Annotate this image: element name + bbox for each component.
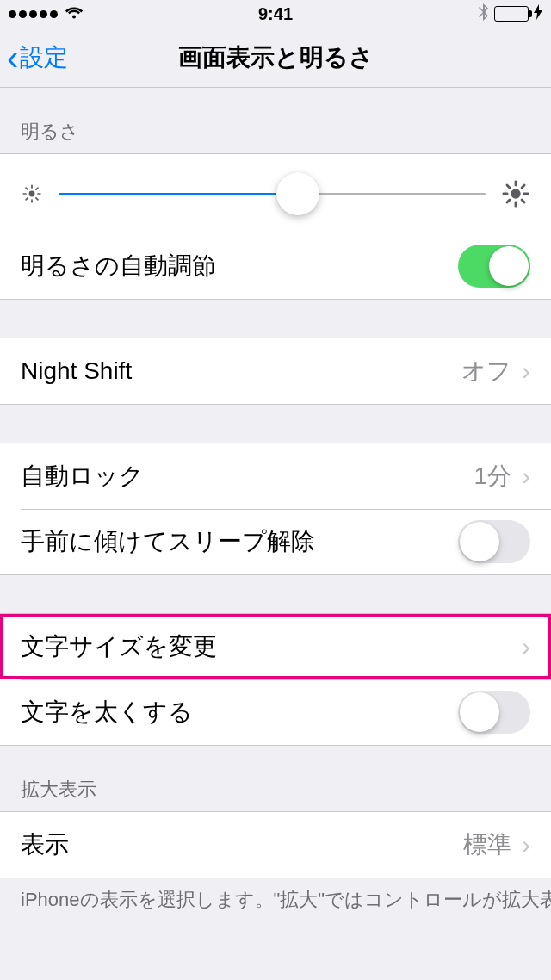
chevron-right-icon: › <box>522 462 530 491</box>
bluetooth-icon <box>479 3 489 25</box>
text-size-cell[interactable]: 文字サイズを変更 › <box>0 614 551 679</box>
bold-text-label: 文字を太くする <box>21 696 193 729</box>
chevron-left-icon: ‹ <box>7 40 18 75</box>
svg-line-16 <box>507 200 510 202</box>
auto-lock-value: 1分 <box>474 460 511 493</box>
brightness-high-icon <box>501 179 530 208</box>
wifi-icon <box>65 4 84 24</box>
night-shift-group: Night Shift オフ › <box>0 338 551 405</box>
chevron-right-icon: › <box>522 632 530 661</box>
nav-bar: ‹ 設定 画面表示と明るさ <box>0 28 551 88</box>
night-shift-label: Night Shift <box>21 357 132 385</box>
night-shift-cell[interactable]: Night Shift オフ › <box>0 338 551 404</box>
section-header-zoom: 拡大表示 <box>0 746 551 811</box>
auto-lock-label: 自動ロック <box>21 460 144 493</box>
bold-text-switch[interactable] <box>458 691 530 734</box>
back-button[interactable]: ‹ 設定 <box>0 40 68 75</box>
bold-text-cell: 文字を太くする <box>0 679 551 745</box>
brightness-slider-cell <box>0 154 551 233</box>
raise-to-wake-label: 手前に傾けてスリープ解除 <box>21 525 315 558</box>
svg-line-5 <box>26 188 28 189</box>
raise-to-wake-cell: 手前に傾けてスリープ解除 <box>0 509 551 574</box>
page-title: 画面表示と明るさ <box>178 41 374 74</box>
chevron-right-icon: › <box>522 830 530 859</box>
zoom-footer-note: iPhoneの表示を選択します。"拡大"ではコントロールが拡大表 <box>0 878 551 914</box>
brightness-slider[interactable] <box>59 193 486 195</box>
lock-group: 自動ロック 1分 › 手前に傾けてスリープ解除 <box>0 443 551 575</box>
brightness-low-icon <box>21 183 43 205</box>
auto-brightness-switch[interactable] <box>458 245 530 288</box>
night-shift-value: オフ <box>461 355 511 388</box>
svg-line-17 <box>522 185 524 188</box>
text-group: 文字サイズを変更 › 文字を太くする <box>0 613 551 746</box>
svg-line-14 <box>507 185 510 188</box>
svg-point-0 <box>29 191 35 197</box>
raise-to-wake-switch[interactable] <box>458 520 530 563</box>
section-header-brightness: 明るさ <box>0 88 551 153</box>
battery-icon <box>494 6 529 22</box>
display-zoom-cell[interactable]: 表示 標準 › <box>0 812 551 878</box>
slider-thumb[interactable] <box>276 172 319 215</box>
charging-icon <box>534 4 542 23</box>
svg-point-9 <box>511 189 520 198</box>
auto-lock-cell[interactable]: 自動ロック 1分 › <box>0 443 551 509</box>
svg-line-15 <box>522 200 524 202</box>
back-label: 設定 <box>20 41 68 74</box>
display-zoom-value: 標準 <box>463 828 511 861</box>
auto-brightness-label: 明るさの自動調節 <box>21 250 216 282</box>
brightness-group: 明るさの自動調節 <box>0 153 551 300</box>
status-time: 9:41 <box>258 4 293 24</box>
text-size-label: 文字サイズを変更 <box>21 630 217 663</box>
auto-brightness-cell: 明るさの自動調節 <box>0 233 551 299</box>
chevron-right-icon: › <box>522 357 530 386</box>
zoom-group: 表示 標準 › <box>0 811 551 878</box>
signal-dots-icon <box>9 10 58 18</box>
svg-line-7 <box>26 198 28 200</box>
svg-line-6 <box>36 198 38 200</box>
display-zoom-label: 表示 <box>21 828 69 861</box>
status-bar: 9:41 <box>0 0 551 28</box>
svg-line-8 <box>36 188 38 189</box>
